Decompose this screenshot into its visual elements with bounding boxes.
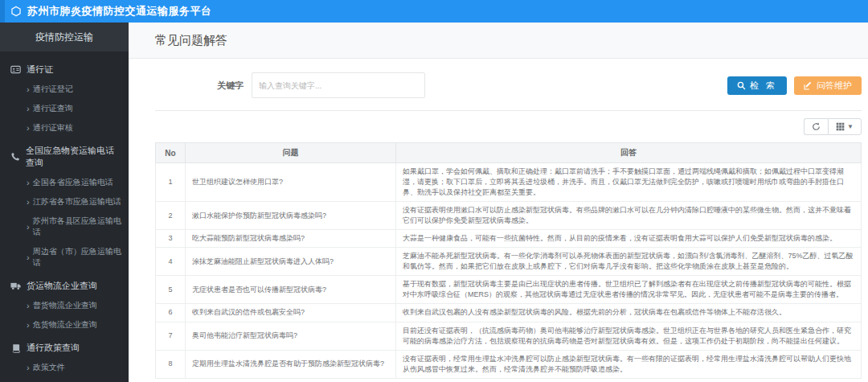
sidebar-group-label: 通行证 bbox=[27, 64, 53, 76]
grid-columns-icon bbox=[836, 122, 845, 131]
table-row: 4涂抹芝麻油能阻止新型冠状病毒进入人体吗?芝麻油不能杀死新型冠状病毒。有一些化学… bbox=[156, 248, 862, 276]
sidebar-item[interactable]: ›通行证登记 bbox=[0, 80, 129, 99]
chevron-right-icon: › bbox=[27, 198, 30, 207]
edit-icon bbox=[804, 81, 813, 90]
sidebar-item-label: 通行证查询 bbox=[33, 103, 73, 114]
truck-icon bbox=[10, 281, 21, 291]
cell-no: 3 bbox=[156, 230, 186, 248]
sidebar-group-3[interactable]: 通行政策查询 bbox=[0, 335, 129, 358]
sidebar-item[interactable]: ›政策文件上传 bbox=[0, 377, 129, 382]
chevron-right-icon: › bbox=[27, 302, 30, 310]
header-accent-strip bbox=[0, 0, 5, 23]
sidebar-item[interactable]: ›危货物流企业查询 bbox=[0, 315, 129, 335]
page-title: 常见问题解答 bbox=[155, 33, 227, 48]
chevron-right-icon: › bbox=[27, 179, 30, 187]
chevron-right-icon: › bbox=[27, 85, 30, 94]
table-row: 7奥司他韦能治疗新型冠状病毒吗?目前还没有证据表明，（抗流感病毒药物）奥司他韦能… bbox=[156, 322, 862, 350]
table-row: 2漱口水能保护你预防新型冠状病毒感染吗?没有证据表明使用漱口水可以防止感染新型冠… bbox=[156, 202, 862, 230]
sidebar-title: 疫情防控运输 bbox=[0, 23, 129, 51]
cell-question: 世卫组织建议怎样使用口罩? bbox=[186, 163, 396, 202]
cell-answer: 如果戴口罩，学会如何佩戴、摘取和正确处理：戴口罩前请洗手；手不要触摸口罩面，通过… bbox=[396, 163, 862, 202]
sidebar-item[interactable]: ›普货物流企业查询 bbox=[0, 296, 129, 315]
chevron-right-icon: › bbox=[27, 364, 30, 372]
chevron-right-icon: › bbox=[27, 223, 30, 232]
sidebar: 疫情防控运输 通行证›通行证登记›通行证查询›通行证审核全国应急物资运输电话查询… bbox=[0, 23, 129, 382]
sidebar-item-label: 危货物流企业查询 bbox=[33, 319, 97, 331]
search-button[interactable]: 检 索 bbox=[727, 76, 787, 95]
cell-question: 漱口水能保护你预防新型冠状病毒感染吗? bbox=[186, 202, 396, 230]
cell-question: 奥司他韦能治疗新型冠状病毒吗? bbox=[186, 322, 396, 350]
qa-maintain-button[interactable]: 问答维护 bbox=[794, 76, 862, 95]
cell-answer: 基于现有数据，新型冠状病毒主要是由已出现症状的患者传播。世卫组织已了解到感染者有… bbox=[396, 276, 862, 304]
cell-no: 1 bbox=[156, 163, 186, 202]
table-row: 6收到来自武汉的信件或包裹安全吗?收到来自武汉包裹的人没有感染新型冠状病毒的风险… bbox=[156, 304, 862, 322]
chevron-right-icon: › bbox=[27, 105, 30, 113]
platform-logo-icon bbox=[10, 6, 22, 17]
app-window: 苏州市肺炎疫情防控交通运输服务平台 疫情防控运输 通行证›通行证登记›通行证查询… bbox=[0, 0, 868, 382]
sidebar-group-label: 全国应急物资运输电话查询 bbox=[26, 145, 122, 169]
id-card-icon bbox=[10, 64, 21, 75]
cell-no: 7 bbox=[156, 322, 186, 350]
sidebar-item-label: 通行证登记 bbox=[33, 84, 73, 95]
sidebar-item-label: 普货物流企业查询 bbox=[33, 300, 97, 311]
faq-table: No问题回答 1世卫组织建议怎样使用口罩?如果戴口罩，学会如何佩戴、摘取和正确处… bbox=[155, 142, 862, 379]
keyword-label: 关键字 bbox=[205, 80, 244, 92]
cell-question: 定期用生理盐水清洗鼻腔是否有助于预防感染新型冠状病毒? bbox=[186, 350, 396, 378]
cell-answer: 芝麻油不能杀死新型冠状病毒。有一些化学消毒剂可以杀死物体表面的新型冠状病毒，如漂… bbox=[396, 248, 862, 276]
top-header-bar: 苏州市肺炎疫情防控交通运输服务平台 bbox=[0, 0, 868, 23]
chevron-right-icon: › bbox=[27, 253, 30, 262]
sidebar-item-label: 通行证审核 bbox=[33, 122, 73, 133]
faq-table-header-row: No问题回答 bbox=[156, 143, 862, 163]
cell-no: 8 bbox=[156, 350, 186, 378]
platform-title: 苏州市肺炎疫情防控交通运输服务平台 bbox=[27, 4, 212, 18]
phone-icon bbox=[10, 152, 20, 162]
table-row: 3吃大蒜能预防新型冠状病毒感染吗?大蒜是一种健康食品，可能有一些抗菌特性。然而，… bbox=[156, 230, 862, 248]
main-content: 常见问题解答 关键字 检 索 bbox=[129, 23, 868, 382]
cell-no: 6 bbox=[156, 304, 186, 322]
keyword-input[interactable] bbox=[252, 72, 425, 98]
table-toolbar-button-group: ▼ bbox=[804, 118, 862, 135]
cell-answer: 没有证据表明，经常用生理盐水冲洗鼻腔可以防止感染新型冠状病毒。有一些有限的证据表… bbox=[396, 350, 862, 378]
sidebar-group-1[interactable]: 全国应急物资运输电话查询 bbox=[0, 138, 129, 173]
sidebar-item[interactable]: ›通行证审核 bbox=[0, 118, 129, 138]
search-form: 关键字 检 索 问答维护 bbox=[155, 72, 862, 98]
column-header: 问题 bbox=[186, 143, 396, 163]
cell-no: 2 bbox=[156, 202, 186, 230]
refresh-button[interactable] bbox=[804, 118, 828, 135]
columns-button[interactable]: ▼ bbox=[828, 118, 862, 135]
sidebar-item-label: 全国各省应急运输电话 bbox=[33, 177, 113, 188]
sidebar-item[interactable]: ›全国各省应急运输电话 bbox=[0, 173, 129, 192]
sidebar-group-label: 通行政策查询 bbox=[27, 342, 80, 354]
sidebar-item[interactable]: ›苏州市各县区应急运输电话 bbox=[0, 212, 129, 242]
sidebar-item[interactable]: ›政策文件 bbox=[0, 358, 129, 377]
search-icon bbox=[737, 81, 746, 90]
chevron-right-icon: › bbox=[27, 124, 30, 133]
cell-question: 吃大蒜能预防新型冠状病毒感染吗? bbox=[186, 230, 396, 248]
cell-answer: 收到来自武汉包裹的人没有感染新型冠状病毒的风险。根据先前的分析，冠状病毒在包裹或… bbox=[396, 304, 862, 322]
content-panel: 关键字 检 索 问答维护 bbox=[129, 59, 868, 382]
sidebar-item[interactable]: ›周边省（市）应急运输电话 bbox=[0, 242, 129, 273]
refresh-icon bbox=[812, 122, 821, 131]
sidebar-group-label: 货运物流企业查询 bbox=[27, 280, 97, 292]
faq-table-body: 1世卫组织建议怎样使用口罩?如果戴口罩，学会如何佩戴、摘取和正确处理：戴口罩前请… bbox=[156, 163, 862, 379]
page-title-bar: 常见问题解答 bbox=[129, 23, 868, 59]
sidebar-item-label: 苏州市各县区应急运输电话 bbox=[33, 216, 125, 238]
cell-no: 4 bbox=[156, 248, 186, 276]
table-row: 5无症状患者是否也可以传播新型冠状病毒?基于现有数据，新型冠状病毒主要是由已出现… bbox=[156, 276, 862, 304]
cell-answer: 目前还没有证据表明，（抗流感病毒药物）奥司他韦能够治疗新型冠状病毒感染。世卫组织… bbox=[396, 322, 862, 350]
cell-no: 5 bbox=[156, 276, 186, 304]
sidebar-group-2[interactable]: 货运物流企业查询 bbox=[0, 273, 129, 296]
book-icon bbox=[10, 343, 21, 353]
sidebar-item-label: 周边省（市）应急运输电话 bbox=[33, 246, 125, 269]
sidebar-group-0[interactable]: 通行证 bbox=[0, 56, 129, 80]
table-toolbar: ▼ bbox=[155, 110, 862, 135]
table-row: 8定期用生理盐水清洗鼻腔是否有助于预防感染新型冠状病毒?没有证据表明，经常用生理… bbox=[156, 350, 862, 378]
cell-question: 无症状患者是否也可以传播新型冠状病毒? bbox=[186, 276, 396, 304]
sidebar-item[interactable]: ›江苏省各市应急运输电话 bbox=[0, 192, 129, 212]
column-header: 回答 bbox=[396, 143, 862, 163]
cell-answer: 大蒜是一种健康食品，可能有一些抗菌特性。然而，从目前的疫情来看，没有证据表明食用… bbox=[396, 230, 862, 248]
cell-answer: 没有证据表明使用漱口水可以防止感染新型冠状病毒。有些品牌的漱口水可以在几分钟内清… bbox=[396, 202, 862, 230]
sidebar-item[interactable]: ›通行证查询 bbox=[0, 99, 129, 118]
sidebar-nav: 通行证›通行证登记›通行证查询›通行证审核全国应急物资运输电话查询›全国各省应急… bbox=[0, 51, 129, 382]
chevron-down-icon: ▼ bbox=[847, 123, 854, 130]
